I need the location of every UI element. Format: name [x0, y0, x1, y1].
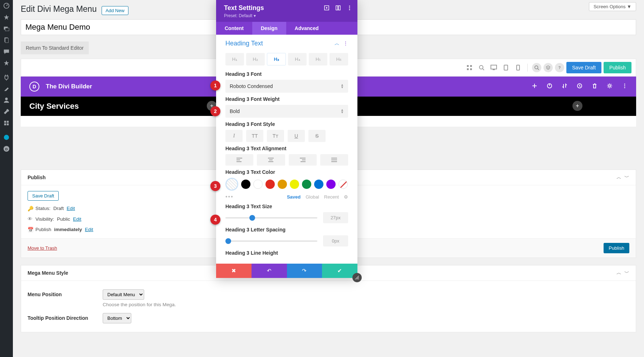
heading-h2[interactable]: H₂: [246, 53, 265, 65]
divi-d-icon[interactable]: D: [0, 143, 13, 155]
resize-handle-icon[interactable]: [352, 273, 362, 282]
appearance-icon[interactable]: [0, 83, 13, 94]
publish-button[interactable]: Publish: [604, 62, 631, 73]
gear-icon[interactable]: [607, 83, 613, 90]
schedule-edit-link[interactable]: Edit: [85, 227, 93, 232]
menu-position-select[interactable]: Default Menu: [103, 289, 144, 300]
svg-rect-19: [491, 65, 497, 69]
tooltip-dir-select[interactable]: Bottom: [103, 313, 131, 323]
swatch-4[interactable]: [290, 180, 299, 189]
mms-collapse-down-icon[interactable]: ﹀: [624, 270, 629, 276]
swatch-tab-recent[interactable]: Recent: [324, 194, 339, 200]
style-strike-button[interactable]: S: [308, 130, 326, 142]
style-underline-button[interactable]: U: [288, 130, 305, 142]
spacing-slider[interactable]: [225, 240, 317, 242]
swatch-1[interactable]: [253, 180, 263, 189]
grid-icon[interactable]: [464, 63, 474, 73]
align-left-button[interactable]: [225, 154, 253, 166]
focus-icon[interactable]: [324, 5, 330, 12]
size-value[interactable]: 27px: [323, 212, 348, 223]
swatch-2[interactable]: [265, 180, 275, 189]
weight-select[interactable]: Bold▲▼: [225, 105, 348, 118]
swatch-3[interactable]: [278, 180, 287, 189]
size-slider[interactable]: [225, 217, 317, 219]
swatch-6[interactable]: [314, 180, 323, 189]
swatch-5[interactable]: [302, 180, 311, 189]
search-circle-icon[interactable]: [532, 63, 541, 72]
mms-collapse-up-icon[interactable]: ︿: [616, 270, 621, 276]
swatch-none[interactable]: [338, 180, 348, 189]
move-to-trash-link[interactable]: Move to Trash: [28, 245, 57, 251]
colored-icon[interactable]: [0, 132, 13, 143]
add-module-right[interactable]: +: [572, 101, 582, 111]
font-select[interactable]: Roboto Condensed▲▼: [225, 80, 348, 93]
pages-icon[interactable]: [0, 34, 13, 46]
metabox-collapse-down-icon[interactable]: ﹀: [624, 174, 629, 181]
trash-icon[interactable]: [592, 83, 597, 90]
confirm-button[interactable]: ✔: [322, 264, 357, 278]
add-new-button[interactable]: Add New: [102, 6, 128, 15]
redo-button[interactable]: ↷: [287, 264, 322, 278]
style-uppercase-button[interactable]: TT: [246, 130, 263, 142]
users-icon[interactable]: [0, 94, 13, 106]
screen-options-button[interactable]: Screen Options ▼: [589, 2, 636, 11]
comments-icon[interactable]: [0, 46, 13, 57]
modal-menu-icon[interactable]: [347, 5, 352, 12]
swatch-gear-icon[interactable]: ⚙: [344, 194, 348, 200]
undo-button[interactable]: ↶: [252, 264, 287, 278]
swatch-more-icon[interactable]: •••: [225, 194, 234, 200]
swatch-0[interactable]: [241, 180, 250, 189]
sort-icon[interactable]: [562, 83, 567, 90]
tab-design[interactable]: Design: [252, 22, 286, 35]
align-justify-button[interactable]: [320, 154, 348, 166]
tablet-icon[interactable]: [501, 63, 511, 73]
svg-rect-4: [5, 38, 8, 43]
modal-preset[interactable]: Preset: Default ▾: [224, 13, 350, 18]
desktop-icon[interactable]: [489, 63, 499, 73]
swatch-tab-saved[interactable]: Saved: [287, 194, 301, 200]
swatch-7[interactable]: [326, 180, 336, 189]
toggle-heading-text[interactable]: Heading Text: [225, 40, 263, 47]
publishbox-save-draft-button[interactable]: Save Draft: [28, 191, 59, 201]
power-icon[interactable]: [547, 83, 552, 90]
heading-h6[interactable]: H₆: [330, 53, 348, 65]
style-italic-button[interactable]: I: [225, 130, 243, 142]
style-smallcaps-button[interactable]: Tᴛ: [267, 130, 284, 142]
plugins-icon[interactable]: [0, 72, 13, 83]
align-right-button[interactable]: [289, 154, 317, 166]
swatch-tab-global[interactable]: Global: [306, 194, 319, 200]
collapse-toggle-icon[interactable]: ︿: [335, 40, 340, 47]
zoom-icon[interactable]: [477, 63, 487, 73]
visibility-edit-link[interactable]: Edit: [73, 216, 81, 222]
publishbox-publish-button[interactable]: Publish: [604, 243, 629, 253]
heading-h3[interactable]: H₃: [267, 53, 286, 65]
heading-h4[interactable]: H₄: [288, 53, 307, 65]
expand-icon[interactable]: [335, 5, 341, 12]
pin-icon[interactable]: [0, 11, 13, 23]
heading-h5[interactable]: H₅: [309, 53, 327, 65]
swatch-current[interactable]: [225, 178, 238, 191]
media-icon[interactable]: [0, 23, 13, 34]
tools-icon[interactable]: [0, 106, 13, 117]
phone-icon[interactable]: [513, 63, 523, 73]
tab-content[interactable]: Content: [216, 22, 252, 35]
pin2-icon[interactable]: [0, 57, 13, 69]
toggle-menu-icon[interactable]: ⋮: [343, 40, 348, 47]
svg-rect-2: [5, 28, 9, 31]
layers-icon[interactable]: [543, 63, 553, 72]
align-center-button[interactable]: [257, 154, 285, 166]
help-icon[interactable]: ?: [555, 63, 564, 72]
heading-h1[interactable]: H₁: [225, 53, 244, 65]
status-edit-link[interactable]: Edit: [67, 206, 75, 211]
add-icon[interactable]: [532, 83, 537, 90]
clock-icon[interactable]: [577, 83, 582, 90]
dashboard-icon[interactable]: [0, 0, 13, 11]
cancel-button[interactable]: ✖: [216, 264, 252, 278]
metabox-collapse-up-icon[interactable]: ︿: [616, 174, 621, 181]
return-to-standard-editor-button[interactable]: Return To Standard Editor: [21, 41, 89, 54]
tab-advanced[interactable]: Advanced: [286, 22, 327, 35]
save-draft-button[interactable]: Save Draft: [566, 62, 601, 73]
menu-dots-icon[interactable]: [622, 83, 628, 90]
spacing-value[interactable]: 0px: [323, 235, 348, 246]
settings-icon[interactable]: [0, 117, 13, 129]
